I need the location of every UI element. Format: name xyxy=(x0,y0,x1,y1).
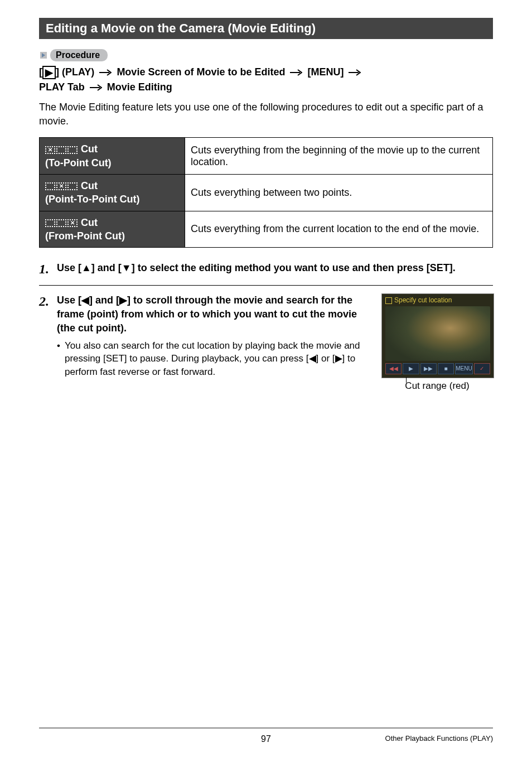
cut-desc: Cuts everything from the current locatio… xyxy=(185,211,493,248)
cut-label: Cut (Point-To-Point Cut) xyxy=(40,174,185,211)
cut-subtitle: (From-Point Cut) xyxy=(45,230,125,242)
section-title: Editing a Movie on the Camera (Movie Edi… xyxy=(39,18,493,39)
bar-segment: MENU xyxy=(455,363,472,374)
step-number: 1. xyxy=(39,261,57,277)
table-row: Cut (From-Point Cut) Cuts everything fro… xyxy=(40,211,493,248)
step-2: 2. Use [◀] and [▶] to scroll through the… xyxy=(39,293,493,392)
step-number: 2. xyxy=(39,293,57,392)
page-footer: 97 Other Playback Functions (PLAY) xyxy=(39,727,493,742)
thumbnail-control-bar: ◀◀ ▶ ▶▶ ■ MENU ✓ xyxy=(385,363,490,374)
step-1: 1. Use [▲] and [▼] to select the editing… xyxy=(39,261,493,277)
step2-sub-text: You also can search for the cut location… xyxy=(65,339,371,379)
intro-text: The Movie Editing feature lets you use o… xyxy=(39,100,493,128)
cuts-table: Cut (To-Point Cut) Cuts everything from … xyxy=(39,137,493,248)
thumbnail-caption: Cut range (red) xyxy=(381,380,493,392)
step2-title: Use [◀] and [▶] to scroll through the mo… xyxy=(57,293,371,336)
breadcrumb-part1-suffix: ] (PLAY) xyxy=(56,66,94,78)
cut-title: Cut xyxy=(81,217,98,228)
arrow-right-icon xyxy=(349,69,361,76)
arrow-right-icon xyxy=(290,69,302,76)
bar-segment: ◀◀ xyxy=(385,363,402,374)
bullet-icon: • xyxy=(57,339,65,379)
table-row: Cut (To-Point Cut) Cuts everything from … xyxy=(40,138,493,175)
thumbnail-column: Specify cut location ◀◀ ▶ ▶▶ ■ MENU ✓ Cu… xyxy=(381,293,493,392)
table-row: Cut (Point-To-Point Cut) Cuts everything… xyxy=(40,174,493,211)
movie-thumbnail: Specify cut location ◀◀ ▶ ▶▶ ■ MENU ✓ xyxy=(381,293,494,378)
cut-label: Cut (To-Point Cut) xyxy=(40,138,185,175)
cut-label: Cut (From-Point Cut) xyxy=(40,211,185,248)
thumbnail-image xyxy=(385,306,490,361)
bar-segment: ▶ xyxy=(403,363,419,374)
cut-subtitle: (To-Point Cut) xyxy=(45,157,112,168)
bullet-icon xyxy=(39,51,48,60)
cut-desc: Cuts everything between two points. xyxy=(185,174,493,211)
breadcrumb-part5: Movie Editing xyxy=(107,81,172,93)
thumbnail-top-label: Specify cut location xyxy=(385,296,452,304)
bar-segment: ✓ xyxy=(474,363,490,374)
breadcrumb-part3: [MENU] xyxy=(307,66,344,78)
procedure-label: Procedure xyxy=(50,49,108,61)
step1-title: Use [▲] and [▼] to select the editing me… xyxy=(57,261,493,275)
cut-desc: Cuts everything from the beginning of th… xyxy=(185,138,493,175)
checkbox-icon xyxy=(385,297,392,304)
breadcrumb-part4: PLAY Tab xyxy=(39,81,85,93)
bar-segment: ■ xyxy=(438,363,454,374)
caption-tick-icon xyxy=(406,377,407,383)
cut-icon-to-point xyxy=(45,146,78,154)
cut-title: Cut xyxy=(81,143,98,155)
cut-title: Cut xyxy=(81,180,98,191)
arrow-right-icon xyxy=(90,84,102,91)
arrow-right-icon xyxy=(99,69,112,76)
procedure-heading: Procedure xyxy=(39,49,493,61)
step2-sub: • You also can search for the cut locati… xyxy=(57,339,371,379)
divider xyxy=(39,285,493,286)
cut-subtitle: (Point-To-Point Cut) xyxy=(45,194,140,205)
breadcrumb-part2: Movie Screen of Movie to be Edited xyxy=(117,66,285,78)
footer-page-number: 97 xyxy=(39,734,493,744)
breadcrumb: [▶] (PLAY) Movie Screen of Movie to be E… xyxy=(39,65,493,95)
cut-icon-point-to-point xyxy=(45,182,78,190)
play-icon: ▶ xyxy=(42,66,56,79)
cut-icon-from-point xyxy=(45,219,78,227)
bar-segment: ▶▶ xyxy=(420,363,437,374)
